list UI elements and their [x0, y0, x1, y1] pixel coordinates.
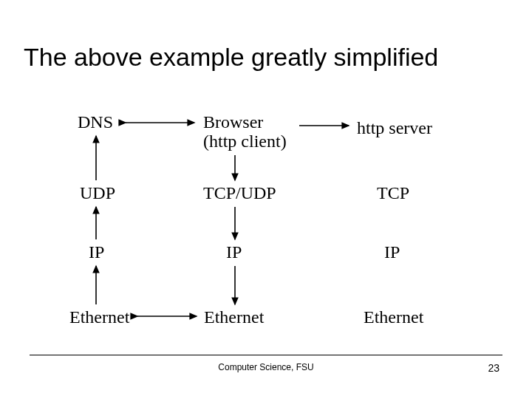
- node-eth-left: Ethernet: [69, 307, 129, 327]
- node-browser-line1: Browser: [203, 112, 263, 132]
- node-tcpudp: TCP/UDP: [203, 183, 276, 202]
- node-ip-right: IP: [384, 242, 400, 262]
- node-http-server: http server: [357, 118, 432, 137]
- node-browser-line2: (http client): [203, 132, 287, 151]
- node-eth-mid: Ethernet: [204, 307, 264, 327]
- node-eth-right: Ethernet: [364, 307, 423, 327]
- node-dns: DNS: [78, 112, 113, 132]
- footer-page-number: 23: [488, 362, 499, 374]
- node-ip-mid: IP: [226, 242, 242, 262]
- node-ip-left: IP: [89, 242, 104, 262]
- node-tcp: TCP: [377, 183, 409, 202]
- footer-center-text: Computer Science, FSU: [0, 362, 532, 372]
- slide-title: The above example greatly simplified: [24, 43, 438, 72]
- node-udp: UDP: [80, 183, 115, 202]
- footer-divider: [30, 355, 502, 355]
